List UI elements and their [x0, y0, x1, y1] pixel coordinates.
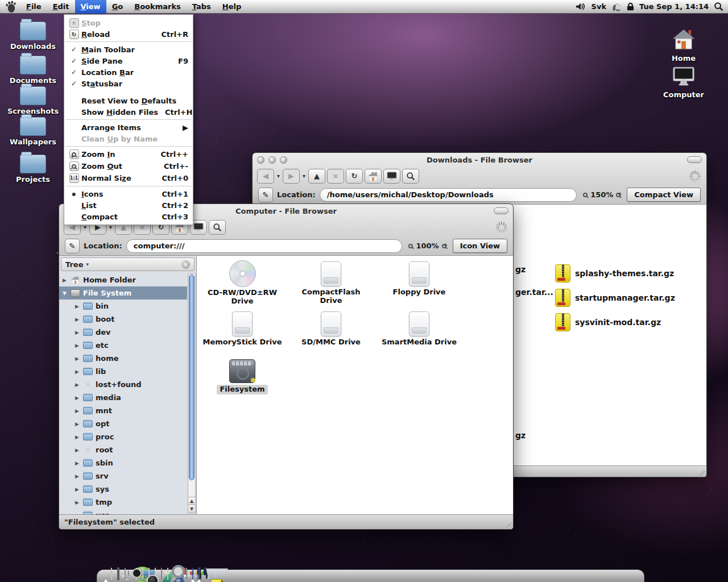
- back-history-dropdown[interactable]: ▾: [276, 173, 281, 179]
- drive-item-floppy[interactable]: Floppy Drive: [377, 261, 462, 297]
- menu-item-reset-view[interactable]: Reset View to Defaults: [64, 95, 193, 106]
- reload-button[interactable]: ↻: [346, 169, 363, 184]
- gnome-logo-icon[interactable]: [3, 1, 18, 13]
- zoom-out-icon[interactable]: [408, 244, 413, 248]
- dock-item-word-processor[interactable]: [167, 568, 168, 579]
- shade-button[interactable]: [494, 207, 508, 214]
- location-input[interactable]: computer:///: [126, 239, 403, 253]
- tree-item-sbin[interactable]: ▶sbin: [59, 456, 187, 469]
- volume-icon[interactable]: [576, 2, 586, 11]
- side-pane-mode-selector[interactable]: Tree ▾ ×: [61, 257, 195, 271]
- desktop-icon-projects[interactable]: Projects: [6, 151, 60, 184]
- drive-item-cdrw-dvdrw[interactable]: CD-RW/DVD±RW Drive: [200, 260, 285, 306]
- menu-item-arrange-items[interactable]: Arrange Items ▶: [64, 122, 193, 133]
- edit-location-button[interactable]: ✎: [65, 239, 80, 253]
- menu-item-list-view[interactable]: List Ctrl+2: [64, 199, 193, 211]
- drive-item-filesystem[interactable]: Filesystem: [200, 359, 285, 394]
- menu-tabs[interactable]: Tabs: [187, 0, 217, 14]
- menu-help[interactable]: Help: [217, 0, 247, 14]
- phone-icon[interactable]: [611, 2, 622, 11]
- tree-item-tmp[interactable]: ▶tmp: [59, 496, 187, 509]
- menu-item-compact-view[interactable]: Compact Ctrl+3: [64, 211, 193, 222]
- downloads-titlebar[interactable]: Downloads - File Browser: [253, 153, 706, 167]
- home-button[interactable]: [365, 169, 382, 184]
- tree-item-home-folder[interactable]: ▶Home Folder: [59, 273, 187, 286]
- menu-item-side-pane[interactable]: ✓ Side Pane F9: [64, 55, 193, 66]
- drive-item-smartmedia[interactable]: SmartMedia Drive: [377, 311, 462, 347]
- maximize-button[interactable]: [280, 156, 287, 164]
- lock-icon[interactable]: [627, 2, 634, 11]
- desktop-icon-screenshots[interactable]: Screenshots: [6, 83, 60, 115]
- search-icon[interactable]: [714, 2, 723, 11]
- scroll-down-button[interactable]: ▼: [188, 505, 195, 513]
- keyboard-layout-indicator[interactable]: Svk: [592, 2, 606, 11]
- stop-button[interactable]: ×: [327, 169, 344, 184]
- menu-item-icons-view[interactable]: ● Icons Ctrl+1: [64, 188, 193, 199]
- drive-item-sdmmc[interactable]: SD/MMC Drive: [288, 311, 374, 347]
- tree-item-bin[interactable]: ▶bin: [59, 300, 187, 313]
- side-pane-close-button[interactable]: ×: [181, 260, 190, 269]
- menu-item-show-hidden-files[interactable]: Show Hidden Files Ctrl+H: [64, 106, 193, 118]
- dock-item-file-manager-downloads[interactable]: [192, 568, 193, 579]
- file-label-partial[interactable]: gz: [515, 265, 526, 274]
- resize-grip[interactable]: [503, 519, 511, 527]
- menu-item-normal-size[interactable]: 1:1 Normal Size Ctrl+0: [64, 172, 193, 184]
- up-button[interactable]: ▲: [308, 169, 325, 184]
- tree-item-etc[interactable]: ▶etc: [59, 339, 187, 352]
- desktop-icon-downloads[interactable]: Downloads: [6, 18, 60, 51]
- file-label-partial[interactable]: ger.tar...: [515, 288, 553, 297]
- resize-grip[interactable]: [696, 467, 705, 475]
- zoom-in-icon[interactable]: +: [442, 244, 446, 248]
- file-label-partial[interactable]: gz: [515, 431, 526, 440]
- desktop-icon-computer[interactable]: Computer: [657, 66, 710, 99]
- scrollbar-thumb[interactable]: [189, 275, 195, 480]
- tree-item-proc[interactable]: ▶proc: [59, 430, 187, 443]
- location-input[interactable]: /home/users/michal/Desktop/Downloads: [320, 188, 577, 202]
- shade-button[interactable]: [687, 156, 702, 163]
- dock-item-appearance[interactable]: [186, 568, 187, 579]
- tree-item-lost-found[interactable]: ▶×lost+found: [59, 378, 187, 391]
- dock-item-photo-manager[interactable]: [142, 568, 143, 579]
- tree-item-media[interactable]: ▶media: [59, 391, 187, 404]
- view-mode-button[interactable]: Icon View: [453, 239, 507, 253]
- menu-item-main-toolbar[interactable]: ✓ Main Toolbar: [64, 44, 193, 55]
- tree-item-file-system[interactable]: ▼File System: [59, 286, 187, 300]
- tree-item-boot[interactable]: ▶boot: [59, 313, 187, 326]
- menu-file[interactable]: File: [20, 0, 47, 14]
- menu-item-statusbar[interactable]: ✓ Statusbar: [64, 78, 193, 89]
- search-button[interactable]: [209, 220, 226, 235]
- file-item[interactable]: sysvinit-mod.tar.gz: [555, 313, 661, 332]
- forward-history-dropdown[interactable]: ▾: [301, 173, 307, 179]
- tree-item-srv[interactable]: ▶srv: [59, 469, 187, 483]
- tree-item-root[interactable]: ▶×root: [59, 443, 187, 456]
- menu-go[interactable]: Go: [106, 0, 129, 14]
- view-mode-button[interactable]: Compact View: [627, 188, 701, 202]
- tree-item-lib[interactable]: ▶lib: [59, 365, 187, 378]
- zoom-out-icon[interactable]: [583, 193, 588, 197]
- menu-item-reload[interactable]: ↻ Reload Ctrl+R: [64, 28, 193, 40]
- tree-item-home[interactable]: ▶home: [59, 352, 187, 365]
- menu-item-zoom-out[interactable]: - Zoom Out Ctrl+-: [64, 160, 193, 172]
- computer-button[interactable]: [383, 169, 400, 184]
- dock-item-terminal[interactable]: [117, 568, 119, 579]
- menu-item-location-bar[interactable]: ✓ Location Bar: [64, 66, 193, 78]
- tree-scrollbar[interactable]: ▲ ▼: [188, 273, 196, 513]
- tree-item-mnt[interactable]: ▶mnt: [59, 404, 187, 417]
- menu-edit[interactable]: Edit: [47, 0, 75, 14]
- back-button[interactable]: ◀: [257, 169, 274, 184]
- tree-item-sys[interactable]: ▶sys: [59, 483, 187, 496]
- dock-item-file-manager-computer[interactable]: [198, 568, 200, 579]
- search-button[interactable]: [402, 169, 419, 184]
- desktop-icon-wallpapers[interactable]: Wallpapers: [6, 114, 60, 146]
- tree-item-usr[interactable]: ▶usr: [59, 509, 187, 514]
- clock[interactable]: Tue Sep 1, 14:14: [639, 2, 709, 11]
- tree-item-dev[interactable]: ▶dev: [59, 326, 187, 339]
- dock-item-mail[interactable]: [111, 568, 112, 579]
- zoom-in-icon[interactable]: +: [616, 193, 621, 197]
- desktop-icon-home[interactable]: Home: [657, 28, 710, 63]
- drive-item-compactflash[interactable]: CompactFlash Drive: [288, 261, 374, 305]
- menu-bookmarks[interactable]: Bookmarks: [129, 0, 187, 14]
- minimize-button[interactable]: [268, 156, 276, 164]
- edit-location-button[interactable]: ✎: [258, 188, 273, 202]
- dock-item-camera-import[interactable]: [161, 568, 162, 579]
